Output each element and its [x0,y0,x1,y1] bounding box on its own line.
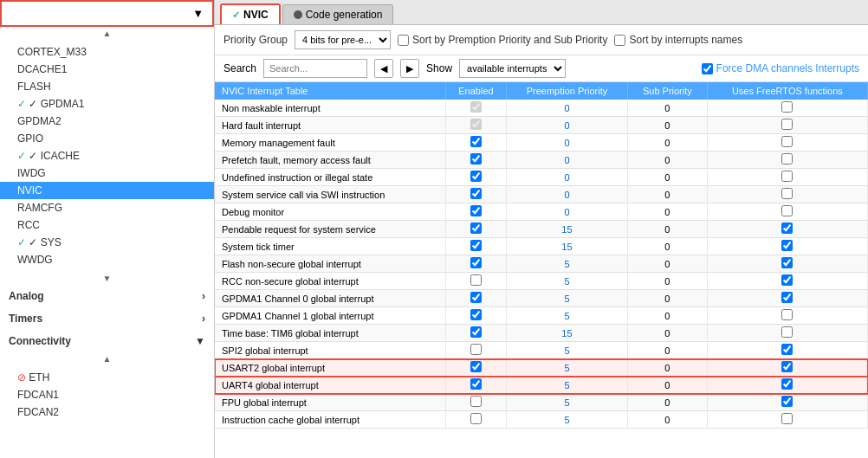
enabled-cell[interactable] [445,325,506,342]
freertos-cell[interactable] [707,359,867,377]
sidebar-connectivity-scroll-up[interactable]: ▲ [0,352,214,365]
enabled-cell[interactable] [445,238,506,255]
enabled-checkbox[interactable] [470,361,482,372]
enabled-cell[interactable] [445,273,506,290]
freertos-cell[interactable] [707,325,867,342]
enabled-checkbox[interactable] [470,326,482,338]
enabled-cell[interactable] [445,186,506,203]
enabled-cell[interactable] [445,411,506,429]
sidebar-section-timers[interactable]: Timers › [0,307,214,330]
sidebar-item-wwdg[interactable]: WWDG [0,251,214,268]
freertos-cell[interactable] [707,377,867,394]
sidebar-scroll-down[interactable]: ▼ [0,272,214,285]
freertos-checkbox[interactable] [781,257,793,268]
sidebar-section-analog[interactable]: Analog › [0,285,214,307]
enabled-checkbox[interactable] [470,119,482,130]
enabled-checkbox[interactable] [470,378,482,390]
enabled-checkbox[interactable] [470,413,482,424]
force-dma-checkbox[interactable] [702,63,713,74]
sidebar-item-ramcfg[interactable]: RAMCFG [0,199,214,216]
enabled-cell[interactable] [445,377,506,394]
freertos-cell[interactable] [707,134,867,152]
sidebar-item-cortex_m33[interactable]: CORTEX_M33 [0,43,214,61]
freertos-cell[interactable] [707,290,867,307]
sidebar-item-iwdg[interactable]: IWDG [0,164,214,182]
connectivity-scroll-up-btn[interactable]: ▲ [103,354,112,364]
enabled-checkbox[interactable] [470,309,482,320]
tab-code-generation[interactable]: Code generation [282,4,394,24]
sidebar-item-gpio[interactable]: GPIO [0,130,214,147]
enabled-checkbox[interactable] [470,188,482,199]
sidebar-item-fdcan1[interactable]: FDCAN1 [0,386,214,403]
freertos-checkbox[interactable] [781,136,793,147]
freertos-checkbox[interactable] [781,171,793,182]
search-prev-btn[interactable]: ◀ [374,59,393,78]
freertos-checkbox[interactable] [781,119,793,130]
enabled-cell[interactable] [445,255,506,273]
sidebar-system-core-header[interactable]: ▼ [0,0,214,27]
freertos-checkbox[interactable] [781,413,793,424]
freertos-checkbox[interactable] [781,344,793,355]
tab-nvic[interactable]: ✓NVIC [220,3,281,24]
sidebar-item-gpdma2[interactable]: GPDMA2 [0,113,214,130]
enabled-cell[interactable] [445,100,506,117]
freertos-checkbox[interactable] [781,205,793,216]
sort-premption-checkbox[interactable] [398,35,409,46]
enabled-cell[interactable] [445,290,506,307]
freertos-cell[interactable] [707,100,867,117]
enabled-checkbox[interactable] [470,171,482,182]
enabled-cell[interactable] [445,342,506,359]
freertos-cell[interactable] [707,307,867,325]
freertos-checkbox[interactable] [781,326,793,338]
freertos-checkbox[interactable] [781,309,793,320]
freertos-checkbox[interactable] [781,378,793,390]
sidebar-item-sys[interactable]: ✓ SYS [0,234,214,251]
enabled-checkbox[interactable] [470,205,482,216]
enabled-checkbox[interactable] [470,396,482,407]
freertos-cell[interactable] [707,221,867,238]
enabled-cell[interactable] [445,152,506,169]
freertos-checkbox[interactable] [781,188,793,199]
scroll-down-btn[interactable]: ▼ [103,274,112,283]
search-next-btn[interactable]: ▶ [400,59,419,78]
enabled-checkbox[interactable] [470,257,482,268]
freertos-checkbox[interactable] [781,274,793,286]
sidebar-scroll-up[interactable]: ▲ [0,27,214,40]
sidebar-item-eth[interactable]: ⊘ ETH [0,369,214,386]
freertos-checkbox[interactable] [781,240,793,251]
sidebar-item-rcc[interactable]: RCC [0,216,214,234]
sidebar-item-gpdma1[interactable]: ✓ GPDMA1 [0,95,214,113]
enabled-checkbox[interactable] [470,292,482,303]
freertos-checkbox[interactable] [781,292,793,303]
freertos-cell[interactable] [707,186,867,203]
sidebar-item-fdcan2[interactable]: FDCAN2 [0,403,214,421]
freertos-checkbox[interactable] [781,223,793,234]
freertos-cell[interactable] [707,169,867,186]
enabled-checkbox[interactable] [470,101,482,113]
enabled-checkbox[interactable] [470,153,482,164]
enabled-cell[interactable] [445,134,506,152]
sort-interrupts-checkbox[interactable] [614,35,625,46]
freertos-cell[interactable] [707,255,867,273]
enabled-cell[interactable] [445,394,506,411]
freertos-checkbox[interactable] [781,101,793,113]
freertos-cell[interactable] [707,238,867,255]
show-select[interactable]: available interrupts [459,59,566,78]
freertos-checkbox[interactable] [781,396,793,407]
priority-group-select[interactable]: 4 bits for pre-e... [295,30,391,49]
sidebar-section-connectivity[interactable]: Connectivity ▼ [0,330,214,352]
sidebar-item-dcache1[interactable]: DCACHE1 [0,61,214,78]
freertos-checkbox[interactable] [781,153,793,164]
freertos-cell[interactable] [707,152,867,169]
freertos-cell[interactable] [707,342,867,359]
search-input[interactable] [263,59,367,78]
enabled-checkbox[interactable] [470,344,482,355]
enabled-cell[interactable] [445,169,506,186]
enabled-checkbox[interactable] [470,274,482,286]
freertos-checkbox[interactable] [781,361,793,372]
scroll-up-btn[interactable]: ▲ [103,29,112,38]
freertos-cell[interactable] [707,411,867,429]
freertos-cell[interactable] [707,273,867,290]
enabled-checkbox[interactable] [470,240,482,251]
enabled-cell[interactable] [445,221,506,238]
